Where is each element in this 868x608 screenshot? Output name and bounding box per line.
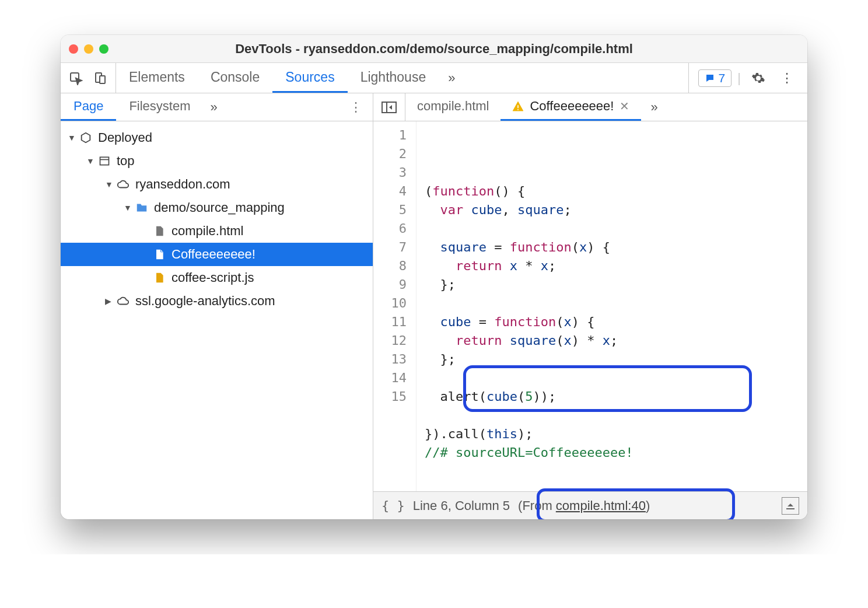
- more-tabs-button[interactable]: »: [439, 63, 464, 93]
- nav-history-button[interactable]: [373, 93, 405, 121]
- navigator-pane: Page Filesystem » ⋮ ▼ Deployed ▼: [61, 93, 373, 519]
- navigator-tab-filesystem[interactable]: Filesystem: [116, 93, 203, 121]
- line-gutter: 123456789101112131415: [373, 121, 416, 491]
- tree-label: ryanseddon.com: [135, 177, 230, 192]
- tree-label: compile.html: [172, 223, 243, 239]
- tree-file-coffeescript[interactable]: coffee-script.js: [61, 266, 373, 289]
- tree-label: Deployed: [98, 130, 152, 145]
- source-from: (From compile.html:40): [518, 498, 650, 513]
- tree-label: coffee-script.js: [172, 270, 254, 285]
- file-tab-compile[interactable]: compile.html: [405, 93, 501, 121]
- file-tab-label: compile.html: [417, 99, 489, 114]
- fullscreen-window-button[interactable]: [99, 44, 108, 54]
- cursor-position: Line 6, Column 5: [413, 498, 510, 513]
- tree-file-compile[interactable]: compile.html: [61, 219, 373, 243]
- tab-lighthouse[interactable]: Lighthouse: [348, 63, 439, 93]
- panel-tabs: Elements Console Sources Lighthouse »: [116, 63, 688, 93]
- close-window-button[interactable]: [69, 44, 78, 54]
- close-tab-icon[interactable]: ✕: [620, 99, 629, 113]
- folder-icon: [134, 201, 149, 214]
- devtools-window: DevTools - ryanseddon.com/demo/source_ma…: [61, 35, 807, 519]
- file-tab-coffee[interactable]: Coffeeeeeeee! ✕: [501, 93, 641, 121]
- tree-label: Coffeeeeeeee!: [172, 247, 256, 262]
- navigator-tabs: Page Filesystem » ⋮: [61, 93, 373, 121]
- tree-domain-analytics[interactable]: ▶ ssl.google-analytics.com: [61, 289, 373, 313]
- window-title: DevTools - ryanseddon.com/demo/source_ma…: [61, 41, 807, 57]
- frame-icon: [97, 155, 112, 167]
- file-icon: [152, 248, 167, 261]
- editor-pane: compile.html Coffeeeeeeee! ✕ » 123456789…: [373, 93, 807, 519]
- pretty-print-button[interactable]: { }: [382, 498, 405, 513]
- svg-rect-3: [100, 157, 109, 165]
- svg-rect-2: [100, 76, 105, 83]
- tab-elements[interactable]: Elements: [116, 63, 198, 93]
- navigator-more-tabs[interactable]: »: [204, 93, 225, 121]
- tree-label: top: [117, 153, 135, 169]
- device-toggle-icon[interactable]: [93, 71, 107, 85]
- tree-label: demo/source_mapping: [154, 200, 285, 215]
- status-bar: { } Line 6, Column 5 (From compile.html:…: [373, 491, 807, 519]
- warning-icon: [512, 100, 524, 112]
- svg-rect-8: [518, 109, 519, 110]
- minimize-window-button[interactable]: [84, 44, 93, 54]
- cloud-icon: [116, 295, 131, 308]
- tree-file-coffee[interactable]: Coffeeeeeeee!: [61, 243, 373, 266]
- tree-top-frame[interactable]: ▼ top: [61, 149, 373, 173]
- tab-sources[interactable]: Sources: [272, 63, 347, 93]
- svg-rect-7: [518, 105, 519, 108]
- tree-folder[interactable]: ▼ demo/source_mapping: [61, 196, 373, 219]
- file-tree: ▼ Deployed ▼ top ▼: [61, 121, 373, 519]
- code-editor[interactable]: 123456789101112131415 (function() { var …: [373, 121, 807, 491]
- tree-deployed[interactable]: ▼ Deployed: [61, 126, 373, 149]
- navigator-tab-page[interactable]: Page: [61, 93, 116, 121]
- window-controls: [69, 44, 108, 54]
- file-tab-label: Coffeeeeeeee!: [530, 99, 614, 114]
- cube-icon: [78, 131, 93, 144]
- js-file-icon: [152, 271, 167, 284]
- file-tabs-more[interactable]: »: [641, 93, 667, 121]
- tree-label: ssl.google-analytics.com: [135, 293, 275, 309]
- source-from-link[interactable]: compile.html:40: [556, 498, 646, 513]
- main-toolbar: Elements Console Sources Lighthouse » 7 …: [61, 63, 807, 93]
- tab-console[interactable]: Console: [198, 63, 272, 93]
- show-drawer-button[interactable]: [782, 497, 799, 515]
- navigator-menu-icon[interactable]: ⋮: [339, 93, 373, 121]
- inspect-icon[interactable]: [69, 71, 83, 85]
- issues-count: 7: [719, 71, 726, 85]
- file-icon: [152, 225, 167, 237]
- code-content[interactable]: (function() { var cube, square; square =…: [416, 121, 807, 491]
- tree-domain[interactable]: ▼ ryanseddon.com: [61, 173, 373, 196]
- file-tabs: compile.html Coffeeeeeeee! ✕ »: [373, 93, 807, 121]
- cloud-icon: [116, 178, 131, 191]
- more-menu-icon[interactable]: ⋮: [776, 71, 798, 86]
- titlebar: DevTools - ryanseddon.com/demo/source_ma…: [61, 35, 807, 63]
- settings-icon[interactable]: [747, 71, 770, 85]
- issues-badge[interactable]: 7: [698, 69, 732, 87]
